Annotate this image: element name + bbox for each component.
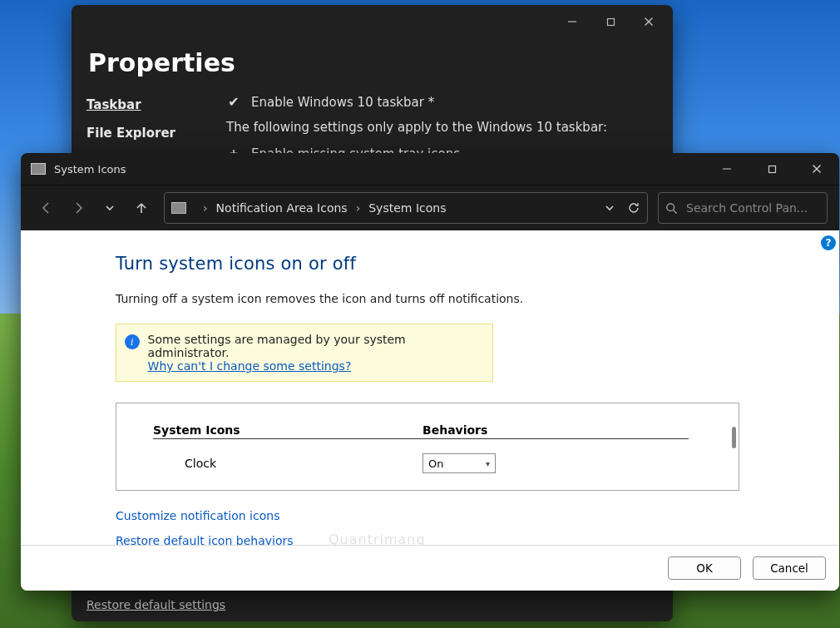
system-icons-titlebar: System Icons — [21, 153, 839, 185]
recent-locations-button[interactable] — [96, 194, 124, 222]
check-icon: ✔ — [226, 94, 241, 110]
search-input[interactable]: Search Control Pan... — [658, 192, 828, 224]
search-placeholder: Search Control Pan... — [686, 201, 808, 215]
toolbar: › Notification Area Icons › System Icons… — [21, 185, 839, 230]
setting-label: Enable Windows 10 taskbar * — [251, 95, 434, 110]
chevron-down-icon: ▾ — [486, 459, 490, 468]
restore-default-behaviors-link[interactable]: Restore default icon behaviors — [21, 522, 839, 547]
search-icon — [665, 202, 678, 215]
properties-titlebar — [72, 5, 673, 38]
customize-icons-link[interactable]: Customize notification icons — [21, 491, 839, 522]
refresh-button[interactable] — [627, 201, 640, 215]
minimize-button[interactable] — [553, 8, 591, 35]
close-button[interactable] — [794, 153, 839, 185]
info-icon: i — [125, 334, 140, 349]
svg-line-9 — [674, 210, 677, 213]
chevron-right-icon: › — [195, 201, 216, 215]
behavior-select[interactable]: On ▾ — [422, 453, 496, 473]
breadcrumb-level-1[interactable]: Notification Area Icons — [216, 201, 348, 215]
chevron-right-icon: › — [348, 201, 369, 215]
setting-note: The following settings only apply to the… — [226, 113, 673, 141]
nav-item-taskbar[interactable]: Taskbar — [86, 91, 203, 119]
icons-table: System Icons Behaviors Clock On ▾ — [116, 403, 739, 491]
setting-enable-taskbar[interactable]: ✔ Enable Windows 10 taskbar * — [226, 91, 673, 113]
restore-default-settings-link[interactable]: Restore default settings — [86, 598, 225, 611]
scrollbar-thumb[interactable] — [732, 427, 736, 448]
content-area: ? Turn system icons on or off Turning of… — [21, 230, 839, 591]
why-cant-change-link[interactable]: Why can't I change some settings? — [148, 359, 352, 373]
column-header-system-icons: System Icons — [153, 423, 422, 439]
page-title: Turn system icons on or off — [21, 230, 839, 277]
nav-forward-button[interactable] — [64, 194, 92, 222]
table-row: Clock On ▾ — [116, 442, 739, 473]
svg-point-8 — [667, 203, 674, 210]
address-dropdown-button[interactable] — [604, 202, 615, 214]
system-icons-window: System Icons › Notification Area Icons — [21, 153, 839, 591]
admin-info-box: i Some settings are managed by your syst… — [116, 324, 493, 382]
svg-rect-1 — [607, 18, 614, 25]
maximize-button[interactable] — [749, 153, 794, 185]
help-icon[interactable]: ? — [821, 235, 836, 250]
info-line-1: Some settings are managed by your system… — [148, 333, 406, 359]
window-title: System Icons — [54, 163, 126, 176]
cancel-button[interactable]: Cancel — [753, 556, 826, 580]
nav-back-button[interactable] — [32, 194, 61, 222]
address-bar[interactable]: › Notification Area Icons › System Icons — [164, 192, 648, 224]
control-panel-icon — [171, 202, 186, 214]
maximize-button[interactable] — [591, 8, 630, 35]
properties-heading: Properties — [72, 38, 673, 91]
breadcrumb-level-2[interactable]: System Icons — [368, 201, 446, 215]
column-header-behaviors: Behaviors — [422, 423, 689, 439]
nav-up-button[interactable] — [127, 194, 156, 222]
svg-rect-5 — [768, 166, 775, 172]
ok-button[interactable]: OK — [668, 556, 741, 580]
nav-item-file-explorer[interactable]: File Explorer — [86, 119, 203, 147]
control-panel-icon — [31, 163, 46, 175]
footer: OK Cancel — [21, 545, 839, 591]
minimize-button[interactable] — [704, 153, 749, 185]
select-value: On — [428, 457, 443, 470]
close-button[interactable] — [630, 8, 668, 35]
icon-name: Clock — [185, 457, 422, 470]
page-description: Turning off a system icon removes the ic… — [21, 277, 839, 305]
